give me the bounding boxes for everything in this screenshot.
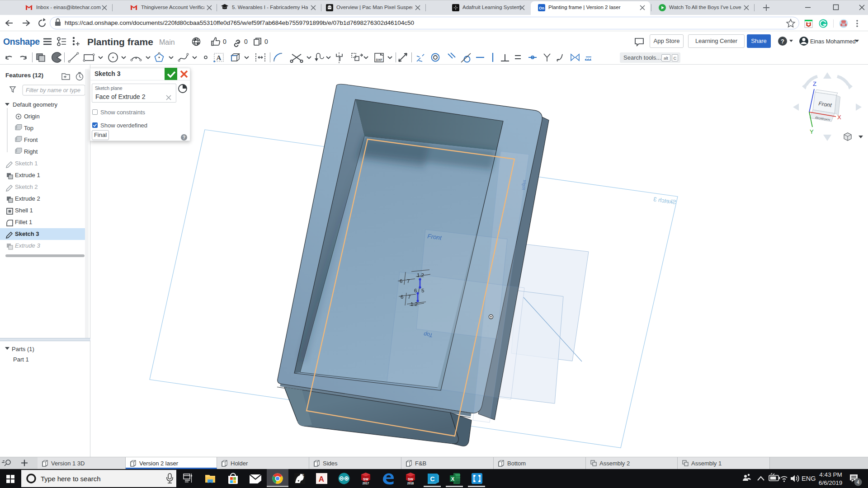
- svg-text:Z: Z: [813, 80, 816, 87]
- svg-text:6: 6: [401, 294, 403, 300]
- svg-text:X: X: [451, 476, 455, 482]
- svg-text:?: ?: [781, 38, 784, 45]
- svg-text:SW: SW: [363, 477, 369, 481]
- svg-text:1.2: 1.2: [417, 272, 424, 278]
- svg-text:On: On: [539, 6, 544, 10]
- svg-text:SW: SW: [408, 477, 414, 481]
- svg-text:C: C: [430, 475, 434, 483]
- svg-text:2017: 2017: [363, 482, 369, 485]
- svg-text:X: X: [837, 114, 841, 121]
- svg-text:Y: Y: [810, 128, 814, 135]
- svg-text:Sketch 3: Sketch 3: [653, 196, 676, 206]
- svg-text:6: 6: [400, 278, 402, 284]
- svg-text:Filter by name or type: Filter by name or type: [26, 87, 80, 94]
- svg-text:4: 4: [857, 479, 859, 485]
- svg-text:DXF: DXF: [376, 58, 383, 61]
- svg-text:1.2: 1.2: [410, 301, 418, 307]
- svg-text:7: 7: [408, 294, 410, 300]
- svg-text:A: A: [319, 475, 324, 483]
- svg-text:2018: 2018: [407, 482, 414, 485]
- svg-text:6: 6: [414, 288, 417, 293]
- svg-text:5: 5: [421, 288, 424, 293]
- svg-text:Top: Top: [423, 331, 433, 338]
- svg-text:6: 6: [302, 474, 304, 479]
- svg-text:7: 7: [407, 278, 410, 284]
- svg-text:A: A: [217, 54, 222, 61]
